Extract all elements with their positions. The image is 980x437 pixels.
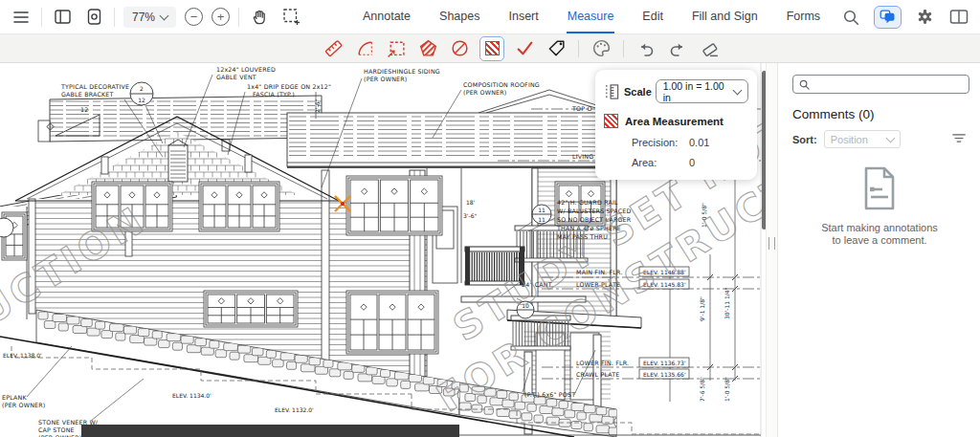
- comments-toggle-button[interactable]: [874, 6, 902, 29]
- apply-check-button[interactable]: [513, 37, 536, 60]
- sidebar-resize-handle[interactable]: [768, 237, 775, 250]
- eraser-icon: [700, 38, 720, 58]
- svg-text:18': 18': [466, 199, 476, 206]
- note-hardieshingle: HARDIESHINGLE SIDING: [364, 68, 440, 75]
- empty-state-text: Start making annotations to leave a comm…: [778, 222, 980, 247]
- style-palette-button[interactable]: [590, 37, 612, 60]
- svg-text:(PER OWNER): (PER OWNER): [463, 89, 507, 96]
- pan-tool-button[interactable]: [248, 6, 271, 29]
- note-stone-veneer: STONE VENEER W/: [38, 419, 99, 426]
- area-label: Area:: [632, 157, 689, 168]
- distance-measure-button[interactable]: [322, 37, 345, 60]
- menu-measure[interactable]: Measure: [567, 0, 615, 33]
- eraser-button[interactable]: [698, 37, 721, 60]
- svg-text:ELEV. 1132.0': ELEV. 1132.0': [275, 406, 314, 413]
- menu-bar: Annotate Shapes Insert Measure Edit Fill…: [362, 0, 821, 33]
- undo-button[interactable]: [635, 37, 657, 60]
- comments-heading: Comments (0): [792, 107, 875, 121]
- svg-text:11: 11: [538, 207, 546, 213]
- deck-band: [81, 425, 459, 437]
- settings-button[interactable]: [913, 6, 936, 29]
- zoom-in-button[interactable]: +: [212, 8, 230, 26]
- perimeter-measure-button[interactable]: [385, 37, 408, 60]
- tag-icon: [546, 38, 567, 58]
- polygon-area-icon: [418, 38, 438, 58]
- scale-row: Scale 1.00 in = 1.00 in: [604, 79, 748, 103]
- search-button[interactable]: [839, 6, 862, 29]
- ruler-icon: [323, 38, 344, 58]
- redo-icon: [668, 39, 687, 58]
- comments-icon: [880, 10, 896, 24]
- area-measurement-icon: [604, 114, 618, 128]
- menu-edit[interactable]: Edit: [641, 0, 664, 33]
- tool-title: Area Measurement: [625, 116, 724, 127]
- svg-text:3'-6": 3'-6": [463, 212, 477, 219]
- zoom-out-button[interactable]: −: [185, 8, 203, 26]
- area-row: Area: 0: [632, 157, 748, 168]
- area-measurement-popup: Scale 1.00 in = 1.00 in Area Measurement…: [595, 70, 757, 180]
- hamburger-icon: [13, 11, 29, 24]
- measure-tools-row: [322, 34, 721, 62]
- chevron-down-icon: [733, 85, 743, 95]
- note-plank: EPLANK: [2, 394, 27, 401]
- svg-text:CRAWL PLATE: CRAWL PLATE: [576, 371, 620, 378]
- svg-text:11: 11: [538, 216, 546, 223]
- split-view-button[interactable]: [947, 6, 970, 29]
- thumbnails-panel-button[interactable]: [51, 6, 74, 29]
- page-preview-button[interactable]: [82, 6, 105, 29]
- chevron-down-icon: [885, 133, 895, 142]
- circle-measure-button[interactable]: [448, 37, 471, 60]
- search-icon: [799, 79, 810, 90]
- rectangle-area-button-selected[interactable]: [479, 36, 504, 61]
- menu-annotate[interactable]: Annotate: [362, 0, 412, 33]
- menu-fill-and-sign[interactable]: Fill and Sign: [691, 0, 759, 33]
- area-value: 0: [689, 157, 695, 168]
- main-area: 2 12 11 11 10 12 TYPICAL DECORATIVE GABL…: [0, 63, 980, 437]
- divider: [623, 40, 624, 57]
- marquee-select-button[interactable]: [279, 6, 302, 29]
- svg-text:2: 2: [140, 85, 144, 92]
- note-composition-roofing: COMPOSITION ROOFING: [463, 81, 540, 88]
- annotation-document-icon: [860, 166, 899, 210]
- menu-insert[interactable]: Insert: [507, 0, 539, 33]
- precision-value: 0.01: [689, 137, 709, 148]
- level-top: TOP O: [571, 105, 592, 112]
- search-icon: [842, 9, 859, 26]
- measure-toolbar: [0, 34, 980, 63]
- menu-shapes[interactable]: Shapes: [438, 0, 480, 33]
- plus-icon: +: [217, 11, 225, 23]
- menu-forms[interactable]: Forms: [786, 0, 821, 33]
- svg-text:ELEV. 1136.73': ELEV. 1136.73': [643, 360, 686, 366]
- circle-measure-icon: [450, 38, 470, 58]
- main-menu-button[interactable]: [10, 6, 33, 29]
- comments-search-box[interactable]: [792, 75, 969, 94]
- palette-icon: [591, 38, 612, 58]
- svg-text:LOWER FIN. FLR.: LOWER FIN. FLR.: [576, 360, 629, 366]
- note-gable-bracket: TYPICAL DECORATIVE: [60, 83, 129, 90]
- topbar-left-group: 77% − +: [10, 0, 302, 33]
- slope-label: 12: [80, 106, 88, 113]
- comments-search-input[interactable]: [814, 77, 963, 91]
- redo-button[interactable]: [666, 37, 689, 60]
- svg-text:FASCIA (TYP.): FASCIA (TYP.): [253, 91, 295, 98]
- sort-row: Sort: Position: [792, 130, 967, 148]
- note-guard-rail: 42" H. GUARD RAIL: [557, 199, 618, 206]
- polygon-area-button[interactable]: [416, 37, 439, 60]
- svg-text:7'-6 5/8": 7'-6 5/8": [699, 377, 705, 402]
- note-pt-post: (P.T.) 6x6" POST: [524, 391, 575, 398]
- hand-icon: [251, 8, 269, 26]
- filter-button[interactable]: [951, 131, 967, 148]
- comments-empty-state: Start making annotations to leave a comm…: [778, 166, 980, 247]
- label-tag-button[interactable]: [545, 37, 568, 60]
- arc-measure-button[interactable]: [353, 37, 376, 60]
- arc-measure-icon: [355, 38, 375, 58]
- svg-text:ELEV. 1134.0': ELEV. 1134.0': [172, 392, 212, 399]
- scale-select[interactable]: 1.00 in = 1.00 in: [656, 79, 748, 103]
- sort-select[interactable]: Position: [824, 130, 901, 148]
- level-living: LIVING: [572, 153, 593, 160]
- svg-text:9'-1 1/8": 9'-1 1/8": [699, 296, 705, 321]
- zoom-level-control[interactable]: 77%: [123, 7, 176, 28]
- svg-text:30'-11 1/4": 30'-11 1/4": [724, 287, 730, 319]
- divider: [114, 8, 115, 27]
- svg-text:2'-6": 2'-6": [314, 99, 321, 113]
